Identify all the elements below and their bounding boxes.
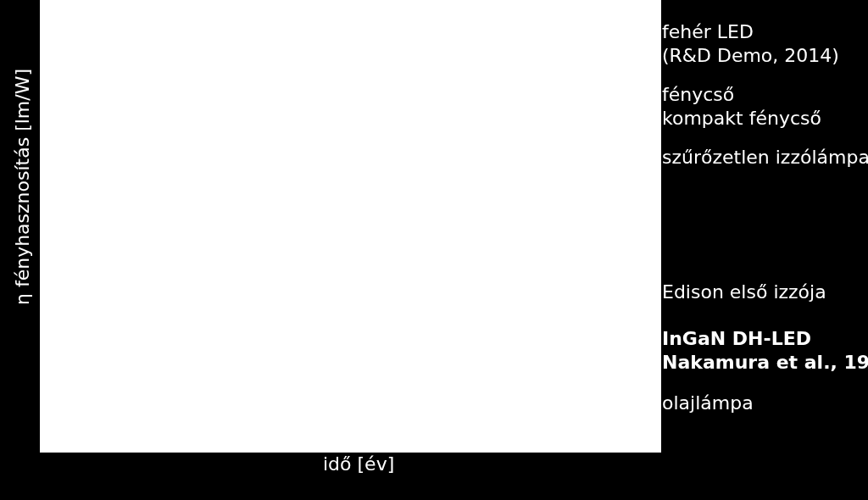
annotation-fluorescent-line2: kompakt fénycső: [662, 108, 821, 129]
annotation-unfiltered-incandescent: szűrőzetlen izzólámpa: [662, 146, 868, 169]
y-axis-label: η fényhasznosítás [lm/W]: [12, 69, 33, 305]
annotation-edison-first-bulb: Edison első izzója: [662, 281, 826, 304]
annotation-white-led-line2: (R&D Demo, 2014): [662, 45, 839, 66]
x-axis-label: idő [év]: [323, 453, 394, 475]
annotation-ingan-line2: Nakamura et al., 1993: [662, 352, 868, 373]
annotation-white-led-line1: fehér LED: [662, 21, 754, 42]
annotation-white-led: fehér LED (R&D Demo, 2014): [662, 20, 839, 67]
chart-plot-area: [40, 0, 661, 453]
annotation-ingan-dh-led: InGaN DH-LED Nakamura et al., 1993: [662, 327, 868, 374]
annotation-fluorescent-line1: fénycső: [662, 84, 734, 105]
annotation-ingan-line1: InGaN DH-LED: [662, 328, 811, 349]
annotation-oil-lamp: olajlámpa: [662, 392, 754, 415]
annotation-fluorescent: fénycső kompakt fénycső: [662, 83, 821, 130]
